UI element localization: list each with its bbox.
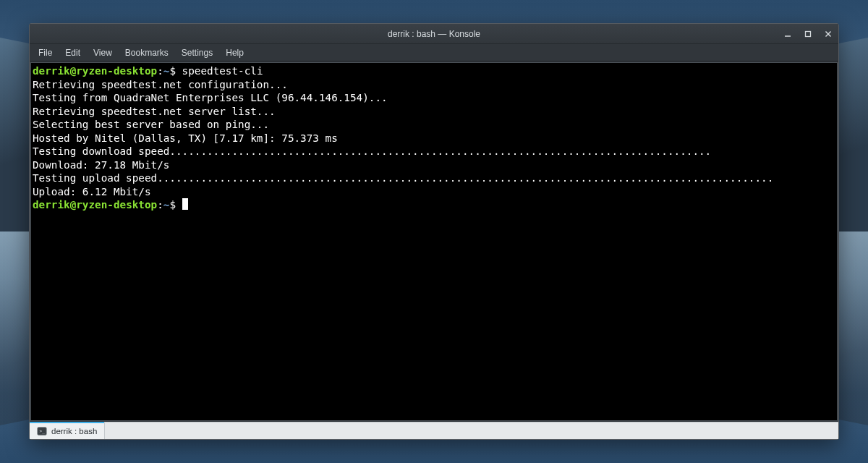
- minimize-button[interactable]: [778, 24, 798, 43]
- minimize-icon: [784, 30, 791, 38]
- terminal-cursor: [182, 198, 189, 210]
- prompt-at: @: [70, 199, 77, 211]
- terminal-line: Retrieving speedtest.net server list...: [33, 106, 276, 117]
- terminal-line: Testing from QuadraNet Enterprises LLC (…: [33, 92, 388, 103]
- prompt-host: ryzen-desktop: [76, 199, 157, 211]
- maximize-button[interactable]: [798, 24, 818, 43]
- terminal-icon: >_: [37, 426, 47, 436]
- terminal-line: Testing upload speed....................…: [33, 172, 773, 184]
- prompt-colon: :: [157, 199, 163, 211]
- prompt-colon: :: [157, 65, 163, 77]
- menu-file[interactable]: File: [33, 46, 58, 60]
- svg-text:>_: >_: [40, 428, 46, 433]
- prompt-symbol: $: [169, 199, 182, 211]
- terminal-line: Hosted by Nitel (Dallas, TX) [7.17 km]: …: [33, 132, 338, 144]
- window-title: derrik : bash — Konsole: [388, 29, 480, 39]
- svg-rect-1: [806, 31, 811, 36]
- tab-label: derrik : bash: [51, 427, 97, 436]
- terminal-line: Upload: 6.12 Mbit/s: [33, 186, 151, 197]
- maximize-icon: [804, 30, 812, 38]
- terminal-viewport[interactable]: derrik@ryzen-desktop:~$ speedtest-cli Re…: [30, 62, 838, 421]
- close-icon: [825, 30, 832, 38]
- prompt-at: @: [70, 65, 77, 77]
- titlebar[interactable]: derrik : bash — Konsole: [30, 24, 838, 44]
- menu-edit[interactable]: Edit: [59, 46, 86, 60]
- terminal-line: Download: 27.18 Mbit/s: [33, 159, 169, 171]
- window-controls: [778, 24, 838, 43]
- typed-command: speedtest-cli: [182, 65, 263, 77]
- terminal-line: Selecting best server based on ping...: [33, 119, 269, 130]
- menu-bookmarks[interactable]: Bookmarks: [119, 46, 174, 60]
- prompt-user: derrik: [33, 199, 70, 211]
- tabbar: >_ derrik : bash: [30, 422, 838, 439]
- prompt-host: ryzen-desktop: [76, 65, 157, 77]
- menu-help[interactable]: Help: [220, 46, 250, 60]
- prompt-symbol: $: [169, 65, 182, 77]
- menubar: File Edit View Bookmarks Settings Help: [30, 44, 838, 61]
- konsole-window: derrik : bash — Konsole File Edit View B…: [29, 23, 839, 440]
- tab-session[interactable]: >_ derrik : bash: [30, 422, 105, 439]
- close-button[interactable]: [818, 24, 838, 43]
- terminal-line: Retrieving speedtest.net configuration..…: [33, 79, 288, 90]
- terminal-line: Testing download speed..................…: [33, 145, 711, 157]
- menu-settings[interactable]: Settings: [176, 46, 218, 60]
- menu-view[interactable]: View: [88, 46, 118, 60]
- prompt-user: derrik: [33, 65, 70, 77]
